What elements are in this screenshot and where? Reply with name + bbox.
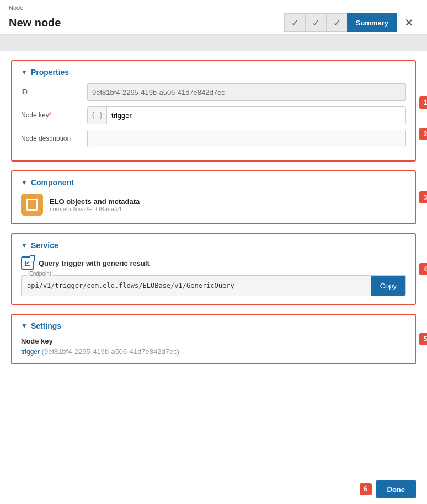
component-section: ▼ Component ELO objects and metadata com… <box>11 170 416 224</box>
service-header: ▼ Service <box>21 241 406 250</box>
endpoint-row: api/v1/trigger/com.elo.flows/ELOBase/v1/… <box>22 276 405 296</box>
header-row: New node ✓ ✓ ✓ Summary ✕ <box>9 13 418 32</box>
node-desc-field-row: Node description <box>21 130 406 147</box>
page-wrapper: Node New node ✓ ✓ ✓ Summary ✕ ▼ Properti… <box>0 0 427 504</box>
id-input[interactable] <box>87 83 406 101</box>
service-section: ▼ Service Query trigger with generic res… <box>11 233 416 305</box>
summary-button[interactable]: Summary <box>347 13 397 32</box>
service-icon <box>21 256 34 270</box>
component-header: ▼ Component <box>21 178 406 187</box>
component-title: Component <box>31 178 74 187</box>
endpoint-wrapper: Endpoint api/v1/trigger/com.elo.flows/EL… <box>21 275 406 296</box>
properties-section: ▼ Properties ID Node key* {...} <box>11 60 416 162</box>
component-name: ELO objects and metadata <box>50 197 140 206</box>
node-desc-input[interactable] <box>87 130 406 147</box>
settings-section-outer: ▼ Settings Node key trigger (9ef81bf4-22… <box>11 314 416 364</box>
badge-1: 1 <box>419 96 427 109</box>
done-button[interactable]: Done <box>376 480 417 498</box>
badge-4: 4 <box>419 263 427 275</box>
step-check-2[interactable]: ✓ <box>305 13 326 32</box>
gray-bar <box>0 35 427 51</box>
node-key-wrapper: {...} <box>87 106 406 124</box>
component-icon-shape <box>26 199 38 211</box>
close-button[interactable]: ✕ <box>399 13 418 32</box>
component-chevron-icon: ▼ <box>21 179 28 186</box>
service-section-outer: ▼ Service Query trigger with generic res… <box>11 233 416 305</box>
component-info: ELO objects and metadata com.elo.flows/E… <box>50 197 140 212</box>
settings-header: ▼ Settings <box>21 321 406 330</box>
footer: 6 Done <box>0 474 427 504</box>
node-desc-label: Node description <box>21 135 87 142</box>
endpoint-text: api/v1/trigger/com.elo.flows/ELOBase/v1/… <box>22 277 371 294</box>
service-name: Query trigger with generic result <box>39 259 150 267</box>
badge-6: 6 <box>360 483 372 495</box>
service-title: Service <box>31 241 58 250</box>
page-title: New node <box>9 17 61 29</box>
node-key-label: Node key* <box>21 111 87 119</box>
badge-3: 3 <box>419 191 427 203</box>
header: Node New node ✓ ✓ ✓ Summary ✕ <box>0 0 427 35</box>
node-key-prefix: {...} <box>88 107 107 124</box>
settings-key-label: Node key <box>21 337 406 345</box>
endpoint-label: Endpoint <box>27 271 53 277</box>
properties-section-outer: ▼ Properties ID Node key* {...} <box>11 60 416 162</box>
step-check-1[interactable]: ✓ <box>284 13 305 32</box>
main-content: ▼ Properties ID Node key* {...} <box>0 51 427 474</box>
copy-button[interactable]: Copy <box>371 276 405 296</box>
settings-key-id: (9ef81bf4-2295-419b-a506-41d7e842d7ec) <box>42 347 179 356</box>
settings-title: Settings <box>31 321 61 330</box>
id-field-row: ID <box>21 83 406 101</box>
badge-2: 2 <box>419 128 427 140</box>
settings-chevron-icon: ▼ <box>21 322 28 330</box>
header-actions: ✓ ✓ ✓ Summary ✕ <box>284 13 418 32</box>
step-check-3[interactable]: ✓ <box>326 13 347 32</box>
service-item: Query trigger with generic result <box>21 256 406 270</box>
component-path: com.elo.flows/ELOBase/v1 <box>50 206 140 212</box>
service-chevron-icon: ▼ <box>21 242 28 249</box>
id-label: ID <box>21 88 87 96</box>
properties-title: Properties <box>31 68 69 77</box>
component-section-outer: ▼ Component ELO objects and metadata com… <box>11 170 416 224</box>
settings-section: ▼ Settings Node key trigger (9ef81bf4-22… <box>11 314 416 364</box>
badge-5: 5 <box>419 333 427 345</box>
properties-header: ▼ Properties <box>21 68 406 77</box>
settings-key-value-row: trigger (9ef81bf4-2295-419b-a506-41d7e84… <box>21 347 406 356</box>
node-key-field-row: Node key* {...} <box>21 106 406 124</box>
settings-key-value: trigger <box>21 348 40 356</box>
breadcrumb: Node <box>9 4 418 11</box>
component-item: ELO objects and metadata com.elo.flows/E… <box>21 194 406 216</box>
properties-chevron-icon: ▼ <box>21 68 28 76</box>
component-icon <box>21 194 43 216</box>
node-key-input[interactable] <box>107 111 405 120</box>
